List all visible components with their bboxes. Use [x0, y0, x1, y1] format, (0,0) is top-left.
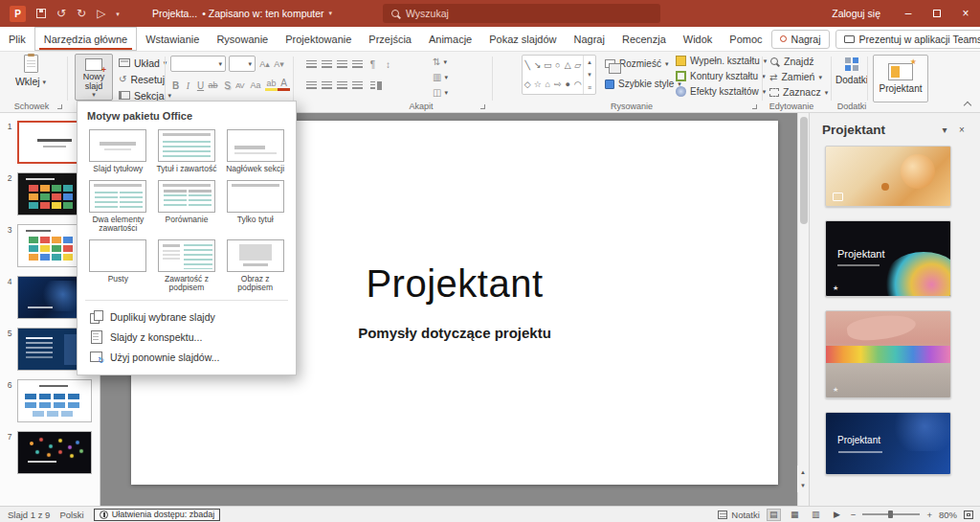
shape-effects-button[interactable]: Efekty kształtów ▾ — [676, 86, 766, 97]
layout-section-header[interactable]: Nagłówek sekcji — [222, 128, 288, 174]
reset-button[interactable]: ↺ Resetuj — [119, 72, 165, 86]
change-case-button[interactable]: Aa — [247, 78, 264, 93]
paste-button[interactable]: Wklej▾ — [8, 55, 54, 87]
canvas-scrollbar[interactable] — [797, 113, 809, 506]
text-highlight-button[interactable]: ab — [265, 78, 278, 91]
arrange-button[interactable]: Rozmieść ▾ — [605, 58, 668, 69]
tab-pomoc[interactable]: Pomoc — [721, 27, 770, 51]
shape-arrow-icon[interactable]: ↘ — [534, 60, 542, 70]
font-color-button[interactable]: A — [278, 78, 290, 91]
gallery-up-icon[interactable]: ▴ — [588, 58, 591, 66]
powerpoint-logo-icon[interactable]: P — [10, 6, 26, 22]
redo-icon[interactable]: ↻ — [77, 8, 86, 19]
tab-recenzja[interactable]: Recenzja — [613, 27, 675, 51]
tab-widok[interactable]: Widok — [675, 27, 722, 51]
record-button[interactable]: Nagraj — [771, 30, 830, 49]
design-suggestion-3[interactable]: ★ — [825, 310, 951, 398]
clipboard-dialog-launcher-icon[interactable] — [57, 104, 62, 109]
gallery-more-icon[interactable]: ≡ — [588, 84, 591, 91]
tab-rysowanie[interactable]: Rysowanie — [208, 27, 277, 51]
favorite-star-icon[interactable]: ★ — [833, 386, 838, 394]
layout-picture-with-caption[interactable]: Obraz z podpisem — [222, 238, 288, 293]
zoom-in-icon[interactable]: + — [926, 510, 932, 520]
language-indicator[interactable]: Polski — [59, 510, 83, 520]
layout-title-and-content[interactable]: Tytuł i zawartość — [154, 128, 220, 174]
text-shadow-button[interactable]: S — [221, 78, 234, 93]
strikethrough-button[interactable]: ab — [207, 78, 219, 93]
search-input[interactable]: Wyszukaj — [383, 4, 660, 23]
bold-button[interactable]: B — [169, 78, 182, 93]
zoom-level[interactable]: 80% — [939, 510, 957, 520]
favorite-star-icon[interactable]: ★ — [833, 284, 838, 292]
shape-block-arrow-icon[interactable]: ⇨ — [554, 79, 562, 89]
reuse-slides-item[interactable]: Użyj ponownie slajdów... — [85, 347, 288, 367]
designer-button[interactable]: Projektant — [873, 55, 928, 102]
slide-sorter-view-icon[interactable]: ▦ — [788, 509, 802, 521]
tab-przejscia[interactable]: Przejścia — [360, 27, 420, 51]
layout-blank[interactable]: Pusty — [85, 238, 151, 293]
quick-styles-button[interactable]: Szybkie style ▾ — [605, 79, 681, 89]
title-chevron-down-icon[interactable]: ▾ — [329, 10, 333, 17]
designer-close-icon[interactable]: × — [953, 125, 970, 135]
next-slide-icon[interactable]: ▼ — [797, 479, 809, 492]
shape-diamond-icon[interactable]: ◇ — [524, 79, 531, 89]
shape-star-icon[interactable]: ☆ — [534, 79, 542, 89]
slide-7-thumbnail[interactable] — [17, 431, 92, 474]
text-direction-icon[interactable]: ¶ — [366, 57, 380, 72]
line-spacing-icon[interactable]: ↕ — [381, 57, 395, 72]
present-in-teams-button[interactable]: Prezentuj w aplikacji Teams — [835, 30, 980, 49]
zoom-slider-thumb[interactable] — [888, 511, 893, 518]
font-name-combo[interactable]: ▾ — [170, 56, 226, 72]
minimize-button[interactable]: – — [894, 0, 923, 27]
decrease-indent-icon[interactable] — [335, 57, 349, 72]
design-suggestion-4[interactable]: Projektant — [825, 412, 951, 475]
font-size-combo[interactable]: ▾ — [229, 56, 256, 72]
shape-line-icon[interactable]: ╲ — [525, 60, 530, 70]
character-spacing-button[interactable]: AV — [234, 78, 246, 93]
tab-plik[interactable]: Plik — [0, 27, 34, 51]
save-icon[interactable] — [36, 9, 46, 18]
tab-pokaz-slajdow[interactable]: Pokaz slajdów — [480, 27, 565, 51]
increase-indent-icon[interactable] — [350, 57, 365, 72]
shape-outline-button[interactable]: Kontury kształtu ▾ — [676, 71, 766, 81]
normal-view-icon[interactable]: ▤ — [767, 509, 781, 521]
previous-slide-icon[interactable]: ▲ — [797, 465, 809, 479]
numbering-icon[interactable] — [320, 57, 334, 72]
layout-button[interactable]: Układ ▾ — [119, 56, 167, 70]
design-suggestion-1[interactable] — [825, 146, 951, 207]
shape-rectangle-icon[interactable]: ▭ — [544, 60, 552, 70]
shapes-gallery[interactable]: ╲ ↘ ▭ ○ △ ▱ ◇ ☆ ⌂ ⇨ ● ◠ ▴ ▾ ≡ — [522, 55, 596, 95]
shape-parallelogram-icon[interactable]: ▱ — [574, 60, 581, 70]
shape-ellipse-icon[interactable]: ○ — [555, 60, 560, 70]
sign-in-button[interactable]: Zaloguj się — [818, 8, 894, 19]
shrink-font-button[interactable]: A▾ — [272, 57, 286, 72]
layout-content-with-caption[interactable]: Zawartość z podpisem — [154, 238, 220, 293]
bullets-icon[interactable] — [304, 57, 319, 72]
notes-button[interactable]: Notatki — [718, 510, 760, 520]
reading-view-icon[interactable]: ▥ — [809, 509, 823, 521]
zoom-out-icon[interactable]: − — [851, 510, 857, 520]
shape-arc-icon[interactable]: ◠ — [574, 79, 582, 89]
layout-title-only[interactable]: Tylko tytuł — [222, 179, 288, 234]
start-presentation-icon[interactable]: ▷ — [97, 8, 105, 19]
slideshow-view-icon[interactable]: ▶ — [830, 509, 844, 521]
align-left-icon[interactable] — [304, 78, 319, 93]
slide-thumbnail-row[interactable]: 7 — [2, 431, 100, 474]
tab-animacje[interactable]: Animacje — [420, 27, 480, 51]
zoom-slider[interactable] — [862, 513, 920, 515]
find-button[interactable]: Znajdź — [769, 56, 814, 67]
new-slide-button[interactable]: Nowy slajd ▾ — [75, 54, 113, 101]
slide-thumbnail-row[interactable]: 6 — [2, 379, 100, 422]
paragraph-dialog-launcher-icon[interactable] — [480, 104, 485, 109]
grow-font-button[interactable]: A▴ — [257, 57, 272, 72]
align-text-button[interactable]: ▥▾ — [433, 72, 448, 82]
slide-6-thumbnail[interactable] — [17, 379, 92, 422]
close-button[interactable]: × — [951, 0, 980, 27]
shape-home-icon[interactable]: ⌂ — [546, 79, 550, 89]
restore-button[interactable] — [923, 0, 951, 27]
document-title[interactable]: Projekta... • Zapisano w: ten komputer ▾ — [152, 8, 332, 19]
slides-from-outline-item[interactable]: Slajdy z konspektu... — [85, 327, 288, 347]
align-center-icon[interactable] — [320, 78, 334, 93]
collapse-ribbon-icon[interactable] — [964, 102, 971, 109]
addins-button[interactable]: Dodatki — [835, 57, 869, 85]
